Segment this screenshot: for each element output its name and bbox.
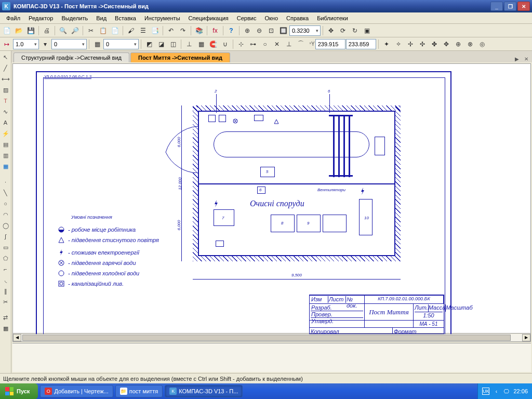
cut-button[interactable]: ✂ <box>85 25 97 36</box>
h-scrollbar[interactable]: ◀ ▶ <box>13 333 530 341</box>
tool-view[interactable]: ▥ <box>1 150 11 161</box>
menu-libs[interactable]: Библиотеки <box>313 14 352 22</box>
snap-c-button[interactable]: ✢ <box>405 38 416 50</box>
zoom-out-button[interactable]: ⊖ <box>254 25 265 36</box>
tool-macro[interactable]: ▦ <box>1 161 11 171</box>
tray-collapse-icon[interactable]: ‹ <box>493 388 500 395</box>
tool-point[interactable]: · <box>1 177 11 187</box>
task-item-3[interactable]: KКОМПАС-3D V13 - П... <box>165 385 243 397</box>
snap-f-button[interactable]: ✥ <box>441 38 452 50</box>
zoom-in-button[interactable]: ⊕ <box>242 25 253 36</box>
menu-spec[interactable]: Спецификация <box>184 14 233 22</box>
open-button[interactable]: 📂 <box>13 25 24 36</box>
tool-text[interactable]: T <box>1 96 11 106</box>
print-button[interactable]: 🖨 <box>41 25 52 36</box>
redo-button[interactable]: ↷ <box>177 25 189 36</box>
menu-window[interactable]: Окно <box>260 14 282 22</box>
zoom-value[interactable]: 0.3230 <box>289 25 321 36</box>
snap-b-button[interactable]: ✧ <box>393 38 404 50</box>
new-button[interactable]: 📄 <box>1 25 12 36</box>
tab-1[interactable]: Структурний графік ->Системный вид <box>14 52 129 62</box>
close-button[interactable]: ✕ <box>517 2 530 11</box>
tool-seg[interactable]: ╲ <box>1 188 11 198</box>
tool-cursor[interactable]: ↖ <box>1 52 11 62</box>
snap-g-button[interactable]: ⊕ <box>453 38 464 50</box>
grid-button[interactable]: ▦ <box>195 38 207 50</box>
tool-cham[interactable]: ⌐ <box>1 264 11 274</box>
scroll-right-icon[interactable]: ▶ <box>522 334 530 341</box>
menu-select[interactable]: Выделить <box>57 14 92 22</box>
menu-file[interactable]: Файл <box>2 14 24 22</box>
snap-i-button[interactable]: ◎ <box>476 38 488 50</box>
stop-button[interactable]: ↦ <box>1 38 12 50</box>
task-item-2[interactable]: 📁пост миття <box>115 385 163 397</box>
magnet2-button[interactable]: ∪ <box>219 38 231 50</box>
drawing-canvas[interactable]: У5 0.0 0.010 2.06 0.С 1.3 <box>13 64 530 333</box>
snap-center-button[interactable]: ○ <box>259 38 271 50</box>
tool-mirror[interactable]: ⇄ <box>1 312 11 323</box>
menu-view[interactable]: Вид <box>92 14 111 22</box>
tool-symbol[interactable]: ⚡ <box>1 128 11 139</box>
properties-button[interactable]: ☰ <box>137 25 149 36</box>
clock[interactable]: 22:06 <box>513 388 528 394</box>
start-button[interactable]: Пуск <box>0 383 38 399</box>
tray-monitor-icon[interactable]: 🖵 <box>503 388 510 395</box>
snap-e-button[interactable]: ✤ <box>429 38 440 50</box>
maximize-button[interactable]: ❐ <box>504 2 516 11</box>
lang-indicator[interactable]: UK <box>482 388 489 395</box>
menu-tools[interactable]: Инструменты <box>140 14 184 22</box>
tab-2[interactable]: Пост Миття ->Системный вид <box>130 52 230 62</box>
snap-mid-button[interactable]: ⊶ <box>247 38 259 50</box>
zoom-window-button[interactable]: 🔲 <box>277 25 289 36</box>
task-item-1[interactable]: OДобавить | Чертеж... <box>40 385 113 397</box>
paste-button[interactable]: 📄 <box>109 25 121 36</box>
refresh-button[interactable]: ↻ <box>349 25 361 36</box>
menu-help[interactable]: Справка <box>282 14 313 22</box>
vars-button[interactable]: fx <box>209 25 221 36</box>
minimize-button[interactable]: _ <box>490 2 503 11</box>
tool-table[interactable]: ▤ <box>1 139 11 150</box>
coord-y-input[interactable] <box>346 39 376 49</box>
scroll-thumb[interactable] <box>22 335 511 341</box>
tool-hatch[interactable]: ▨ <box>1 85 11 95</box>
attribute-button[interactable]: 📑 <box>149 25 161 36</box>
scroll-left-icon[interactable]: ◀ <box>13 334 21 341</box>
snap-h-button[interactable]: ⊗ <box>464 38 476 50</box>
tool-rect[interactable]: ▭ <box>1 242 11 252</box>
save-button[interactable]: 💾 <box>25 25 36 36</box>
dropdown-icon[interactable]: ▾ <box>39 38 51 50</box>
copy-button[interactable]: 📋 <box>97 25 109 36</box>
menu-insert[interactable]: Вставка <box>111 14 140 22</box>
view-all-button[interactable]: ▣ <box>361 25 373 36</box>
snap-a-button[interactable]: ✦ <box>381 38 392 50</box>
snap-int-button[interactable]: ✕ <box>271 38 283 50</box>
zoom-fit-button[interactable]: ⊡ <box>265 25 277 36</box>
preview2-button[interactable]: 🔎 <box>69 25 81 36</box>
tool-trim[interactable]: ✂ <box>1 297 11 307</box>
ortho-button[interactable]: ⊥ <box>183 38 195 50</box>
help-button[interactable]: ? <box>225 25 237 36</box>
tool-curve[interactable]: ∫ <box>1 231 11 242</box>
tool-circle[interactable]: ○ <box>1 198 11 209</box>
layers-button[interactable]: ▦ <box>91 38 103 50</box>
menu-service[interactable]: Сервис <box>233 14 261 22</box>
tool-offset[interactable]: ‖ <box>1 286 11 296</box>
tool-line[interactable]: ╱ <box>1 63 11 73</box>
preview-button[interactable]: 🔍 <box>57 25 69 36</box>
snap-tan-button[interactable]: ⌒ <box>295 38 307 50</box>
tab-nav-right-icon[interactable]: ▶ <box>513 55 521 62</box>
magnet-button[interactable]: 🧲 <box>207 38 219 50</box>
snap-d-button[interactable]: ✣ <box>417 38 428 50</box>
snap2-button[interactable]: ◪ <box>155 38 167 50</box>
snap-perp-button[interactable]: ⊥ <box>283 38 295 50</box>
scroll-track[interactable] <box>21 334 522 341</box>
tool-spline[interactable]: ∿ <box>1 107 11 117</box>
rotate-button[interactable]: ⟳ <box>337 25 349 36</box>
snap-end-button[interactable]: ⊹ <box>235 38 247 50</box>
tool-leader[interactable]: A <box>1 117 11 128</box>
tool-dim[interactable]: ⟷ <box>1 74 11 84</box>
snap3-button[interactable]: ◫ <box>167 38 179 50</box>
tool-ellipse[interactable]: ◯ <box>1 220 11 231</box>
tab-close-icon[interactable]: ✕ <box>523 55 530 62</box>
coord-x-input[interactable] <box>315 39 345 49</box>
